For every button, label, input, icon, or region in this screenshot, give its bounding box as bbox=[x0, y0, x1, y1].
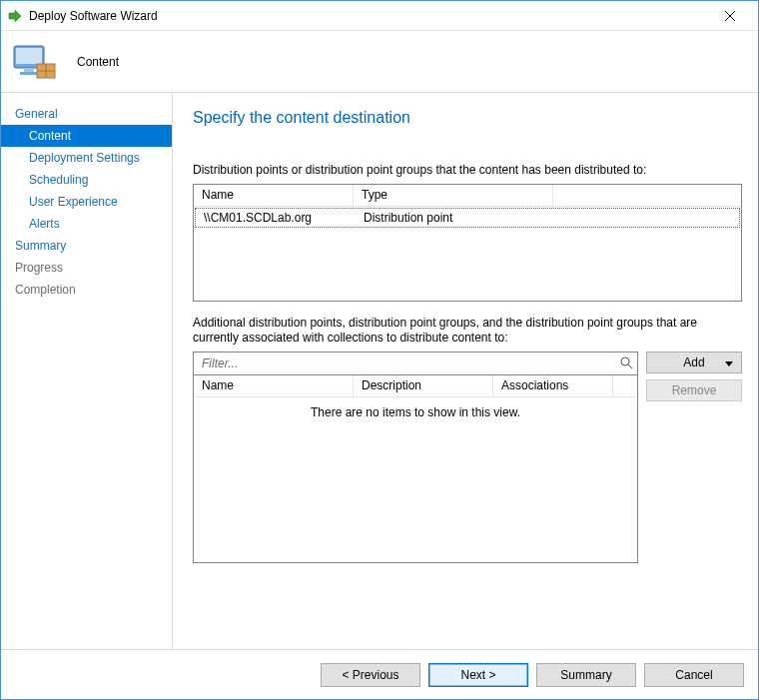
banner-title: Content bbox=[77, 55, 119, 69]
search-icon[interactable] bbox=[619, 355, 633, 372]
content-pane: Specify the content destination Distribu… bbox=[173, 93, 758, 649]
next-button[interactable]: Next > bbox=[428, 663, 528, 687]
step-progress: Progress bbox=[1, 257, 172, 279]
row-type: Distribution point bbox=[356, 209, 555, 227]
section1-label: Distribution points or distribution poin… bbox=[193, 163, 742, 178]
header-banner: Content bbox=[1, 31, 758, 93]
window-title: Deploy Software Wizard bbox=[29, 9, 710, 23]
wizard-window: Deploy Software Wizard Content bbox=[0, 0, 759, 700]
svg-rect-4 bbox=[16, 48, 42, 64]
svg-point-10 bbox=[621, 357, 629, 365]
chevron-down-icon bbox=[725, 355, 733, 369]
distributed-table-header: Name Type bbox=[194, 185, 741, 207]
step-user-experience[interactable]: User Experience bbox=[1, 191, 172, 213]
additional-table-header: Name Description Associations bbox=[194, 375, 637, 397]
remove-button: Remove bbox=[646, 379, 742, 401]
close-icon bbox=[725, 11, 735, 21]
additional-section: Name Description Associations There are … bbox=[193, 351, 742, 563]
step-deployment-settings[interactable]: Deployment Settings bbox=[1, 147, 172, 169]
page-heading: Specify the content destination bbox=[193, 109, 742, 127]
previous-button[interactable]: < Previous bbox=[321, 663, 420, 687]
step-alerts[interactable]: Alerts bbox=[1, 213, 172, 235]
add-button[interactable]: Add bbox=[646, 351, 742, 373]
close-button[interactable] bbox=[710, 2, 750, 30]
step-sidebar: General Content Deployment Settings Sche… bbox=[1, 93, 173, 649]
app-arrow-icon bbox=[7, 8, 23, 24]
svg-rect-6 bbox=[20, 72, 38, 75]
col-name-header[interactable]: Name bbox=[194, 185, 354, 206]
section2-label: Additional distribution points, distribu… bbox=[193, 316, 742, 346]
svg-rect-5 bbox=[24, 68, 34, 72]
summary-button[interactable]: Summary bbox=[536, 663, 636, 687]
wizard-body: General Content Deployment Settings Sche… bbox=[1, 93, 758, 649]
svg-marker-0 bbox=[9, 10, 21, 22]
row-name: \\CM01.SCDLab.org bbox=[196, 209, 356, 227]
additional-table: Name Description Associations There are … bbox=[193, 375, 638, 563]
col2-desc-header[interactable]: Description bbox=[354, 375, 493, 396]
add-button-label: Add bbox=[683, 355, 704, 369]
col2-name-header[interactable]: Name bbox=[194, 375, 354, 396]
step-content[interactable]: Content bbox=[1, 125, 172, 147]
distributed-table: Name Type \\CM01.SCDLab.org Distribution… bbox=[193, 184, 742, 302]
step-completion: Completion bbox=[1, 279, 172, 301]
step-scheduling[interactable]: Scheduling bbox=[1, 169, 172, 191]
filter-wrap bbox=[193, 351, 638, 375]
step-summary[interactable]: Summary bbox=[1, 235, 172, 257]
title-bar: Deploy Software Wizard bbox=[1, 1, 758, 31]
side-buttons: Add Remove bbox=[646, 351, 742, 401]
step-general[interactable]: General bbox=[1, 103, 172, 125]
svg-marker-12 bbox=[725, 361, 733, 366]
remove-button-label: Remove bbox=[672, 383, 717, 397]
empty-message: There are no items to show in this view. bbox=[194, 397, 637, 419]
col-type-header[interactable]: Type bbox=[354, 185, 553, 206]
cancel-button[interactable]: Cancel bbox=[644, 663, 744, 687]
monitor-box-icon bbox=[13, 42, 57, 82]
col2-assoc-header[interactable]: Associations bbox=[493, 375, 613, 396]
wizard-footer: < Previous Next > Summary Cancel bbox=[1, 649, 758, 699]
svg-line-11 bbox=[628, 364, 632, 368]
filter-input[interactable] bbox=[200, 355, 619, 371]
table-row[interactable]: \\CM01.SCDLab.org Distribution point bbox=[195, 208, 740, 228]
